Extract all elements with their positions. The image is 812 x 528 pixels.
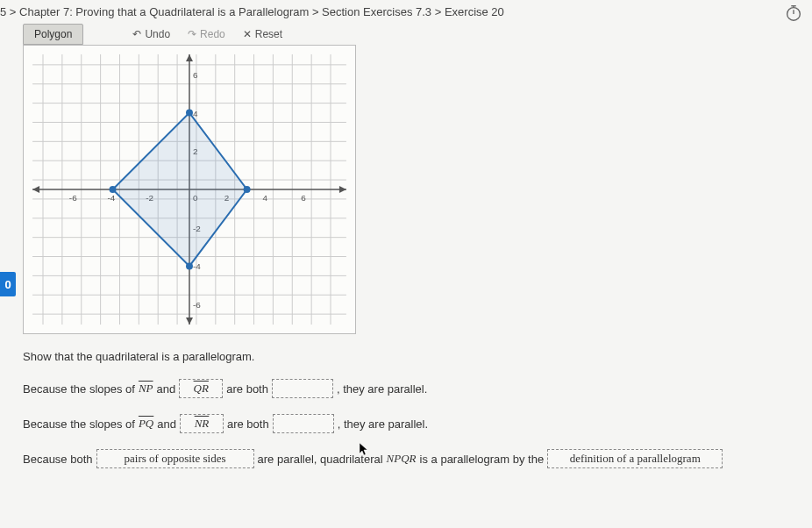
text: are both xyxy=(226,382,268,396)
text: are both xyxy=(227,417,269,431)
tick-y-6: 6 xyxy=(193,70,198,80)
reset-icon: ✕ xyxy=(243,28,252,40)
text: Because the slopes of xyxy=(23,417,135,431)
svg-marker-36 xyxy=(186,54,193,61)
drop-target-segment-1[interactable]: QR xyxy=(179,379,223,398)
vertex-r[interactable] xyxy=(110,186,117,193)
text: Because both xyxy=(23,453,93,466)
redo-label: Redo xyxy=(200,28,225,40)
tick-y-neg6: -6 xyxy=(193,300,201,310)
svg-marker-35 xyxy=(32,186,39,193)
statement-line-3: Because both pairs of opposite sides are… xyxy=(23,449,812,468)
vertex-p[interactable] xyxy=(244,186,251,193)
redo-button[interactable]: ↷ Redo xyxy=(179,25,234,43)
svg-marker-37 xyxy=(186,318,193,325)
text: are parallel, quadrilateral xyxy=(258,453,383,466)
reset-button[interactable]: ✕ Reset xyxy=(234,25,291,43)
question-content: Show that the quadrilateral is a paralle… xyxy=(23,350,812,468)
redo-icon: ↷ xyxy=(188,28,196,40)
text: and xyxy=(157,382,176,396)
filled-value: NR xyxy=(195,417,210,431)
drop-target-slope-1[interactable] xyxy=(272,379,333,398)
reset-label: Reset xyxy=(255,28,282,40)
vertex-n[interactable] xyxy=(186,110,193,117)
statement-line-1: Because the slopes of NP and QR are both… xyxy=(23,379,812,398)
quadrilateral-npqr[interactable] xyxy=(113,113,247,267)
graph-toolbar: Polygon ↶ Undo ↷ Redo ✕ Reset xyxy=(23,24,812,45)
undo-icon: ↶ xyxy=(132,28,141,40)
tick-x-neg4: -4 xyxy=(108,193,116,203)
filled-value: QR xyxy=(194,382,209,396)
drop-target-segment-2[interactable]: NR xyxy=(180,414,224,433)
text: Because the slopes of xyxy=(23,382,135,396)
tick-x-6: 6 xyxy=(301,193,306,203)
polygon-tab[interactable]: Polygon xyxy=(23,24,83,45)
undo-button[interactable]: ↶ Undo xyxy=(124,25,179,43)
quad-name: NPQR xyxy=(387,452,417,466)
timer-icon[interactable] xyxy=(784,4,803,23)
question-prompt: Show that the quadrilateral is a paralle… xyxy=(23,350,812,363)
tick-y-neg4: -4 xyxy=(193,261,201,271)
text: , they are parallel. xyxy=(337,382,427,396)
segment-pq: PQ xyxy=(139,417,153,431)
hint-badge[interactable]: 0 xyxy=(0,272,16,296)
breadcrumb: 5 > Chapter 7: Proving that a Quadrilate… xyxy=(0,4,508,24)
drop-target-slope-2[interactable] xyxy=(273,414,334,433)
drop-target-pairs[interactable]: pairs of opposite sides xyxy=(96,449,254,468)
tick-x-4: 4 xyxy=(262,193,267,203)
text: , they are parallel. xyxy=(338,417,428,431)
drop-target-definition[interactable]: definition of a parallelogram xyxy=(547,449,723,468)
filled-value: pairs of opposite sides xyxy=(125,452,226,466)
text: is a parallelogram by the xyxy=(420,453,545,466)
vertex-q[interactable] xyxy=(186,262,193,269)
filled-value: definition of a parallelogram xyxy=(570,452,701,466)
tick-y-4: 4 xyxy=(193,109,198,118)
coordinate-graph[interactable]: -6 -4 -2 0 2 4 6 6 4 2 -2 -4 -6 xyxy=(23,45,356,334)
svg-marker-34 xyxy=(339,186,346,193)
segment-np: NP xyxy=(139,382,153,396)
tick-x-neg6: -6 xyxy=(69,193,77,203)
statement-line-2: Because the slopes of PQ and NR are both… xyxy=(23,414,812,433)
text: and xyxy=(157,417,176,431)
undo-label: Undo xyxy=(145,28,170,40)
